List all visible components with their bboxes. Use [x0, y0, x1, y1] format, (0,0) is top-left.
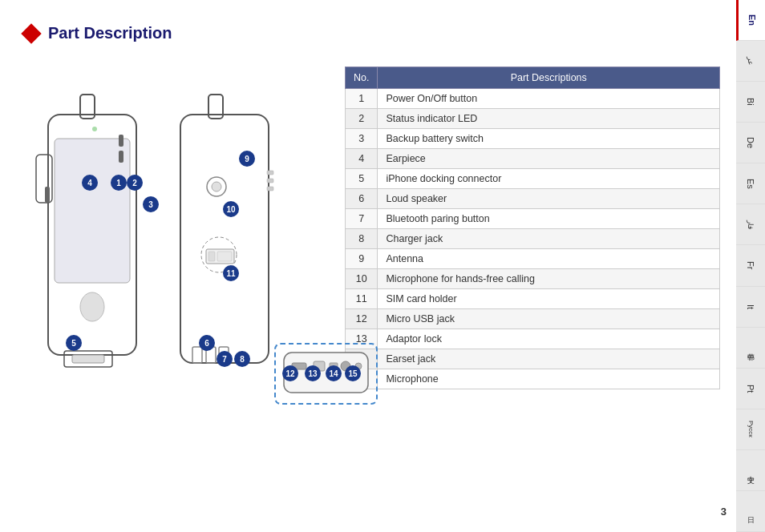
- table-row: 3Backup battery switch: [346, 129, 720, 149]
- row-description: Backup battery switch: [378, 129, 720, 149]
- callout-2: 2: [127, 175, 143, 191]
- row-description: Micro USB jack: [378, 309, 720, 329]
- row-description: SIM card holder: [378, 289, 720, 309]
- row-number: 7: [346, 209, 378, 229]
- svg-rect-19: [192, 347, 202, 363]
- svg-rect-9: [45, 187, 50, 203]
- page-header: Part Description: [24, 24, 720, 42]
- table-row: 6Loud speaker: [346, 189, 720, 209]
- lang-tab-fa[interactable]: فار: [736, 204, 765, 245]
- svg-rect-5: [55, 139, 130, 283]
- col-header-no: No.: [346, 67, 378, 89]
- row-description: Antenna: [378, 249, 720, 269]
- callout-3: 3: [143, 196, 159, 212]
- page-title: Part Description: [48, 24, 172, 42]
- row-number: 3: [346, 129, 378, 149]
- row-number: 9: [346, 249, 378, 269]
- lang-tab-zh-kr[interactable]: 中韩: [736, 328, 765, 369]
- callout-5: 5: [66, 335, 82, 351]
- lang-tab-ru[interactable]: Русск: [736, 409, 765, 450]
- lang-tab-bi[interactable]: Bi: [736, 82, 765, 123]
- callout-12: 12: [282, 365, 298, 381]
- svg-point-6: [80, 292, 104, 321]
- row-description: Status indicator LED: [378, 109, 720, 129]
- row-description: Adaptor lock: [378, 329, 720, 349]
- callout-4: 4: [82, 175, 98, 191]
- table-row: 14Earset jack: [346, 349, 720, 369]
- callout-15: 15: [345, 365, 361, 381]
- callout-14: 14: [326, 365, 342, 381]
- callout-6: 6: [199, 335, 215, 351]
- section-icon: [21, 23, 41, 43]
- lang-tab-es[interactable]: Es: [736, 163, 765, 204]
- table-row: 7Bluetooth paring button: [346, 209, 720, 229]
- lang-tab-pt[interactable]: Pt: [736, 369, 765, 409]
- language-tabs: En عر Bi De Es فار Fr It 中韩 Pt Русск 中文 …: [736, 0, 765, 532]
- callout-8: 8: [234, 351, 250, 367]
- svg-rect-7: [119, 135, 123, 147]
- callout-7: 7: [217, 351, 233, 367]
- front-device-svg: [24, 91, 168, 411]
- row-description: Loud speaker: [378, 189, 720, 209]
- table-row: 10Microphone for hands-free calling: [346, 269, 720, 289]
- col-header-desc: Part Descriptions: [378, 67, 720, 89]
- table-row: 9Antenna: [346, 249, 720, 269]
- lang-tab-fr[interactable]: Fr: [736, 245, 765, 286]
- row-description: Microphone: [378, 369, 720, 389]
- callout-13: 13: [305, 365, 321, 381]
- row-number: 8: [346, 229, 378, 249]
- callout-10: 10: [223, 201, 239, 217]
- page-number: 3: [721, 506, 727, 518]
- svg-rect-4: [72, 355, 104, 363]
- lang-tab-en[interactable]: En: [736, 0, 765, 41]
- table-row: 13Adaptor lock: [346, 329, 720, 349]
- lang-tab-it[interactable]: It: [736, 287, 765, 328]
- device-illustrations: 1 2 3 4 5: [24, 66, 329, 419]
- svg-rect-8: [119, 151, 123, 163]
- row-number: 5: [346, 169, 378, 189]
- parts-table: No. Part Descriptions 1Power On/Off butt…: [345, 66, 720, 389]
- content-layout: 1 2 3 4 5: [24, 66, 720, 419]
- lang-tab-zh[interactable]: 中文: [736, 450, 765, 491]
- row-number: 6: [346, 189, 378, 209]
- lang-tab-de[interactable]: De: [736, 123, 765, 163]
- svg-rect-18: [217, 252, 232, 261]
- svg-point-14: [212, 182, 221, 191]
- table-row: 1Power On/Off button: [346, 89, 720, 109]
- row-number: 11: [346, 289, 378, 309]
- row-number: 10: [346, 269, 378, 289]
- row-description: iPhone docking connector: [378, 169, 720, 189]
- svg-rect-11: [180, 115, 269, 363]
- table-row: 8Charger jack: [346, 229, 720, 249]
- callout-9: 9: [239, 151, 255, 167]
- svg-point-10: [92, 127, 97, 131]
- callout-1: 1: [111, 175, 127, 191]
- svg-rect-17: [208, 252, 215, 261]
- table-area: No. Part Descriptions 1Power On/Off butt…: [345, 66, 720, 389]
- main-content: Part Description: [0, 0, 736, 532]
- row-number: 2: [346, 109, 378, 129]
- svg-rect-24: [267, 187, 273, 191]
- row-number: 4: [346, 149, 378, 169]
- row-description: Earpiece: [378, 149, 720, 169]
- row-number: 12: [346, 309, 378, 329]
- table-row: 2Status indicator LED: [346, 109, 720, 129]
- lang-tab-ar[interactable]: عر: [736, 41, 765, 82]
- row-description: Power On/Off button: [378, 89, 720, 109]
- lang-tab-ja[interactable]: 日: [736, 491, 765, 532]
- table-row: 15Microphone: [346, 369, 720, 389]
- row-description: Microphone for hands-free calling: [378, 269, 720, 289]
- table-row: 4Earpiece: [346, 149, 720, 169]
- row-description: Earset jack: [378, 349, 720, 369]
- row-description: Charger jack: [378, 229, 720, 249]
- table-row: 5iPhone docking connector: [346, 169, 720, 189]
- row-number: 1: [346, 89, 378, 109]
- svg-rect-22: [267, 171, 273, 175]
- svg-rect-23: [267, 179, 273, 183]
- row-description: Bluetooth paring button: [378, 209, 720, 229]
- table-row: 11SIM card holder: [346, 289, 720, 309]
- table-row: 12Micro USB jack: [346, 309, 720, 329]
- callout-11: 11: [223, 265, 239, 281]
